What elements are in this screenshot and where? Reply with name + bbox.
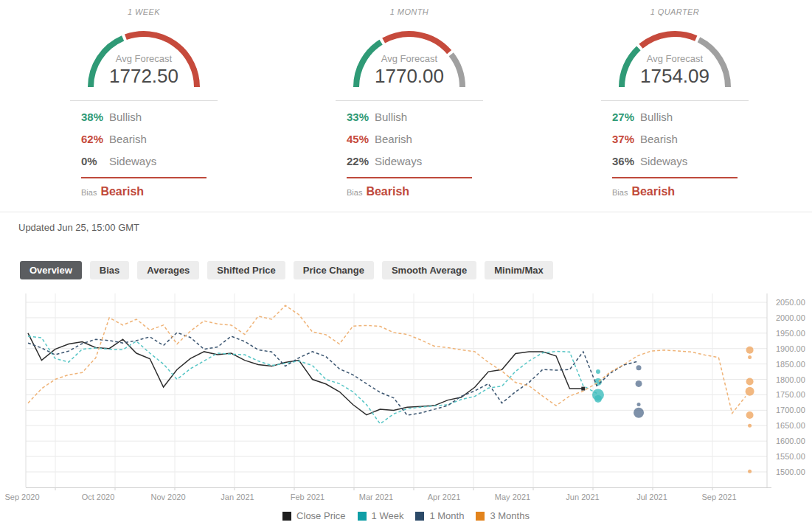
svg-text:Mar 2021: Mar 2021: [359, 493, 393, 501]
card-period-title: 1 QUARTER: [601, 7, 749, 21]
sideways-pct: 0%: [81, 155, 109, 167]
avg-forecast-value: 1770.00: [336, 65, 483, 88]
tab-shifted-price[interactable]: Shifted Price: [207, 261, 285, 279]
stat-row-bearish: 62%Bearish: [81, 133, 218, 146]
forecast-dashboard: { "colors":{"bullish":"#2f9a76","bearish…: [0, 0, 812, 525]
svg-text:2050.00: 2050.00: [776, 298, 805, 307]
bullish-label: Bullish: [109, 111, 142, 123]
bias-label: Bias: [612, 188, 628, 197]
svg-text:Nov 2020: Nov 2020: [150, 493, 185, 501]
svg-text:Sep 2021: Sep 2021: [701, 493, 736, 501]
tab-smooth-average[interactable]: Smooth Average: [382, 261, 476, 279]
bias-value: Bearish: [631, 185, 675, 198]
bias-value: Bearish: [100, 185, 144, 198]
updated-timestamp: Updated Jun 25, 15:00 GMT: [18, 222, 139, 233]
svg-text:1700.00: 1700.00: [776, 406, 805, 414]
tab-averages[interactable]: Averages: [137, 261, 199, 279]
svg-text:1900.00: 1900.00: [776, 344, 805, 353]
bias-label: Bias: [347, 188, 362, 197]
svg-text:2000.00: 2000.00: [776, 313, 805, 322]
bias-divider: [347, 177, 472, 178]
bias-divider: [81, 177, 207, 178]
card-period-title: 1 WEEK: [70, 7, 218, 21]
sentiment-stats: 33%Bullish 45%Bearish 22%Sideways: [336, 101, 483, 168]
tab-bias[interactable]: Bias: [90, 261, 129, 279]
legend-1-week[interactable]: 1 Week: [358, 510, 404, 521]
bearish-label: Bearish: [640, 133, 678, 145]
chart-legend: Close Price 1 Week 1 Month 3 Months: [0, 510, 812, 521]
stat-row-bullish: 27%Bullish: [612, 111, 749, 124]
bearish-pct: 37%: [612, 133, 640, 145]
forecast-card-1-month: 1 MONTH Avg Forecast 1770.00 33%Bullish …: [336, 7, 483, 198]
bias-value: Bearish: [366, 185, 409, 198]
tab-minim-max[interactable]: Minim/Max: [485, 261, 552, 279]
bias-row: BiasBearish: [347, 185, 483, 198]
avg-forecast-label: Avg Forecast: [70, 53, 218, 64]
tab-price-change[interactable]: Price Change: [294, 261, 374, 279]
section-divider: [0, 212, 812, 212]
bias-row: BiasBearish: [81, 185, 218, 198]
bias-divider: [612, 177, 738, 178]
bearish-label: Bearish: [109, 133, 147, 145]
card-period-title: 1 MONTH: [336, 7, 483, 21]
sideways-label: Sideways: [109, 155, 156, 167]
bullish-label: Bullish: [375, 111, 407, 123]
svg-text:1800.00: 1800.00: [776, 375, 805, 384]
stat-row-bearish: 45%Bearish: [347, 133, 483, 146]
svg-text:1950.00: 1950.00: [776, 329, 805, 338]
tab-overview[interactable]: Overview: [20, 261, 82, 279]
three-months-swatch: [476, 512, 485, 521]
svg-text:Jun 2021: Jun 2021: [566, 493, 599, 501]
avg-forecast-value: 1754.09: [601, 65, 749, 88]
price-chart-canvas: 2050.002000.001950.001900.001850.001800.…: [0, 289, 812, 525]
legend-label: 1 Month: [429, 510, 464, 521]
legend-1-month[interactable]: 1 Month: [415, 510, 464, 521]
forecast-price-chart: 2050.002000.001950.001900.001850.001800.…: [0, 289, 812, 525]
stat-row-bullish: 38%Bullish: [81, 111, 218, 124]
svg-text:1600.00: 1600.00: [776, 437, 805, 445]
bullish-pct: 27%: [612, 111, 640, 123]
svg-text:Feb 2021: Feb 2021: [291, 493, 325, 501]
bearish-pct: 45%: [347, 133, 375, 145]
svg-text:Apr 2021: Apr 2021: [428, 493, 461, 501]
legend-label: Close Price: [296, 510, 345, 521]
one-week-swatch: [358, 512, 367, 521]
stat-row-sideways: 22%Sideways: [347, 155, 483, 168]
bias-row: BiasBearish: [612, 185, 749, 198]
svg-text:Jul 2021: Jul 2021: [636, 493, 667, 501]
gauge-wrap: Avg Forecast 1770.00: [336, 21, 483, 101]
bullish-pct: 38%: [81, 111, 109, 123]
stat-row-sideways: 0%Sideways: [81, 155, 218, 168]
svg-text:May 2021: May 2021: [495, 493, 530, 501]
avg-forecast-label: Avg Forecast: [336, 53, 483, 64]
gauge-wrap: Avg Forecast 1754.09: [601, 21, 749, 101]
bullish-pct: 33%: [347, 111, 375, 123]
stat-row-sideways: 36%Sideways: [612, 155, 749, 168]
svg-text:1750.00: 1750.00: [776, 390, 805, 399]
svg-text:Oct 2020: Oct 2020: [82, 493, 115, 501]
stat-row-bullish: 33%Bullish: [347, 111, 483, 124]
bullish-label: Bullish: [640, 111, 673, 123]
chart-tab-bar: Overview Bias Averages Shifted Price Pri…: [20, 261, 553, 279]
legend-label: 1 Week: [372, 510, 404, 521]
sideways-label: Sideways: [640, 155, 687, 167]
svg-text:Sep 2020: Sep 2020: [4, 493, 39, 501]
svg-text:1500.00: 1500.00: [776, 467, 805, 476]
sentiment-stats: 38%Bullish 62%Bearish 0%Sideways: [70, 101, 218, 168]
legend-close-price[interactable]: Close Price: [282, 510, 345, 521]
svg-text:Jan 2021: Jan 2021: [221, 493, 254, 501]
bearish-label: Bearish: [375, 133, 412, 145]
forecast-card-1-quarter: 1 QUARTER Avg Forecast 1754.09 27%Bullis…: [601, 7, 749, 198]
stat-row-bearish: 37%Bearish: [612, 133, 749, 146]
gauge-wrap: Avg Forecast 1772.50: [70, 21, 218, 101]
sideways-pct: 22%: [347, 155, 375, 167]
svg-text:1550.00: 1550.00: [776, 452, 805, 461]
legend-3-months[interactable]: 3 Months: [476, 510, 529, 521]
sideways-pct: 36%: [612, 155, 640, 167]
legend-label: 3 Months: [490, 510, 529, 521]
avg-forecast-value: 1772.50: [70, 65, 218, 88]
forecast-card-1-week: 1 WEEK Avg Forecast 1772.50 38%Bullish 6…: [70, 7, 218, 198]
svg-text:1650.00: 1650.00: [776, 421, 805, 430]
sentiment-stats: 27%Bullish 37%Bearish 36%Sideways: [601, 101, 749, 168]
sideways-label: Sideways: [375, 155, 422, 167]
